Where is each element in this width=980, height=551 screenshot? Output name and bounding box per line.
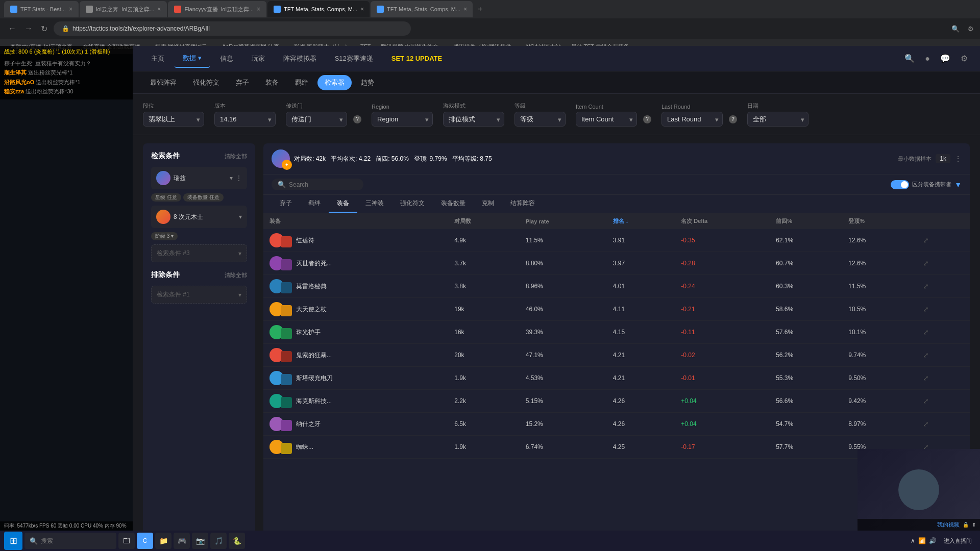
exclude-1-slot[interactable]: 检索条件 #1 ▾ <box>151 286 247 304</box>
nav-season[interactable]: S12赛季速递 <box>327 50 381 67</box>
tag-item-count[interactable]: 装备数量 任意 <box>183 193 224 202</box>
results-more-icon[interactable]: ⋮ <box>954 155 962 163</box>
expand-icon-4[interactable]: ⤢ <box>921 327 931 337</box>
tag-star-level[interactable]: 星级 任意 <box>151 193 181 202</box>
filter-gamemode-select[interactable]: 排位模式 <box>443 112 504 127</box>
condition-1-more[interactable]: ⋮ <box>236 174 242 182</box>
table-search-input[interactable] <box>289 181 355 188</box>
col-games[interactable]: 对局数 <box>448 213 520 229</box>
tab-close-3[interactable]: × <box>257 6 260 13</box>
nav-data[interactable]: 数据 ▾ <box>175 49 210 68</box>
browser-search-icon[interactable]: 🔍 <box>951 25 960 33</box>
forward-button[interactable]: → <box>22 22 35 35</box>
tab-1[interactable]: TFT Stats - Best... × <box>4 1 79 17</box>
nav-simulator[interactable]: 阵容模拟器 <box>275 50 325 67</box>
tab-close-1[interactable]: × <box>69 6 72 13</box>
expand-icon-7[interactable]: ⤢ <box>921 396 931 406</box>
expand-icon-2[interactable]: ⤢ <box>921 281 931 291</box>
subnav-trends[interactable]: 趋势 <box>354 75 381 90</box>
condition-3-slot[interactable]: 检索条件 #3 ▾ <box>151 244 247 262</box>
taskbar-search[interactable]: 🔍 <box>24 533 116 549</box>
expand-icon-8[interactable]: ⤢ <box>921 419 931 429</box>
tab-item-count[interactable]: 装备数量 <box>433 195 474 213</box>
subnav-best-lineup[interactable]: 最强阵容 <box>143 75 184 90</box>
filter-toggle[interactable] <box>891 180 909 189</box>
tab-close-4[interactable]: × <box>360 6 364 13</box>
col-top4[interactable]: 前四% <box>770 213 842 229</box>
cell-expand-7[interactable]: ⤢ <box>915 390 970 413</box>
taskbar-btn-6[interactable]: 🎵 <box>210 533 227 549</box>
filter-transmission-select[interactable]: 传送门 <box>286 112 347 127</box>
col-first[interactable]: 登顶% <box>842 213 915 229</box>
cell-expand-6[interactable]: ⤢ <box>915 367 970 390</box>
expand-icon-6[interactable]: ⤢ <box>921 373 931 383</box>
col-rank[interactable]: 排名 ↓ <box>607 213 675 229</box>
filter-version-select[interactable]: 14.16 <box>214 112 276 127</box>
back-button[interactable]: ← <box>6 22 18 35</box>
expand-icon-5[interactable]: ⤢ <box>921 350 931 360</box>
nav-player[interactable]: 玩家 <box>243 50 273 67</box>
url-bar[interactable]: 🔒 https://tactics.tools/zh/explorer-adva… <box>54 21 411 36</box>
cell-expand-3[interactable]: ⤢ <box>915 298 970 321</box>
reload-button[interactable]: ↻ <box>39 22 50 36</box>
tag-tier[interactable]: 阶级 3 ▾ <box>151 232 178 240</box>
nav-home[interactable]: 主页 <box>143 50 173 67</box>
taskbar-btn-4[interactable]: 🎮 <box>174 533 190 549</box>
clear-all-conditions-button[interactable]: 清除全部 <box>225 153 247 160</box>
filter-region-select[interactable]: Region <box>372 112 433 127</box>
itemcount-info-icon[interactable]: ? <box>643 115 651 123</box>
nav-info[interactable]: 信息 <box>212 50 241 67</box>
start-button[interactable]: ⊞ <box>4 532 22 550</box>
tab-close-5[interactable]: × <box>463 6 467 13</box>
tab-augments[interactable]: 强化符文 <box>392 195 433 213</box>
taskbar-btn-3[interactable]: 📁 <box>155 533 172 549</box>
tab-equipment[interactable]: 装备 <box>329 195 357 213</box>
clear-exclude-button[interactable]: 清除全部 <box>225 271 247 279</box>
filter-date-select[interactable]: 全部 <box>747 112 808 127</box>
nav-set12[interactable]: SET 12 UPDATE <box>383 51 450 66</box>
stream-video-btn[interactable]: 我的视频 <box>937 521 960 529</box>
cell-expand-8[interactable]: ⤢ <box>915 413 970 436</box>
subnav-items[interactable]: 装备 <box>258 75 286 90</box>
new-tab-button[interactable]: + <box>474 3 486 16</box>
tab-close-2[interactable]: × <box>157 6 161 13</box>
taskbar-btn-5[interactable]: 📷 <box>192 533 208 549</box>
tab-5[interactable]: TFT Meta, Stats, Comps, M... × <box>371 1 473 17</box>
taskbar-btn-browser[interactable]: C <box>137 533 153 549</box>
filter-rank-select[interactable]: 翡翠以上 <box>143 112 204 127</box>
subnav-carry[interactable]: 弃子 <box>229 75 256 90</box>
cell-expand-5[interactable]: ⤢ <box>915 344 970 367</box>
nav-search-icon[interactable]: 🔍 <box>902 52 917 65</box>
tab-final-lineup[interactable]: 结算阵容 <box>502 195 543 213</box>
subnav-augments[interactable]: 强化符文 <box>186 75 227 90</box>
filter-lastround-select[interactable]: Last Round <box>662 112 723 127</box>
expand-icon-1[interactable]: ⤢ <box>921 258 931 268</box>
col-playrate[interactable]: Play rate <box>520 213 607 229</box>
filter-tier-select[interactable]: 等级 <box>514 112 566 127</box>
nav-settings-icon[interactable]: ⚙ <box>959 52 970 65</box>
filter-funnel-icon[interactable]: ▼ <box>954 181 962 189</box>
tab-2[interactable]: lol云之奔_lol云顶之弈... × <box>80 1 167 17</box>
taskbar-search-input[interactable] <box>41 537 107 544</box>
expand-icon-0[interactable]: ⤢ <box>921 235 931 245</box>
transmission-info-icon[interactable]: ? <box>353 115 361 123</box>
nav-user-icon[interactable]: ● <box>923 52 932 65</box>
lastround-info-icon[interactable]: ? <box>729 115 737 123</box>
taskbar-btn-7[interactable]: 🐍 <box>229 533 245 549</box>
tab-4[interactable]: TFT Meta, Stats, Comps, M... × <box>267 1 370 17</box>
tab-counter[interactable]: 克制 <box>474 195 502 213</box>
tab-traits[interactable]: 羁绊 <box>300 195 329 213</box>
col-delta[interactable]: 名次 Delta <box>675 213 770 229</box>
stream-share-icon[interactable]: ⬆ <box>972 522 976 528</box>
filter-itemcount-select[interactable]: Item Count <box>576 112 637 127</box>
tab-3[interactable]: Flancyyy直播_lol云顶之弈... × <box>168 1 266 17</box>
tab-3-gods[interactable]: 三神装 <box>357 195 392 213</box>
subnav-explorer[interactable]: 检索器 <box>317 75 352 90</box>
cell-expand-0[interactable]: ⤢ <box>915 229 970 252</box>
cell-expand-2[interactable]: ⤢ <box>915 275 970 298</box>
cell-expand-1[interactable]: ⤢ <box>915 252 970 275</box>
expand-icon-3[interactable]: ⤢ <box>921 304 931 314</box>
extensions-icon[interactable]: ⚙ <box>968 25 974 33</box>
subnav-traits[interactable]: 羁绊 <box>288 75 315 90</box>
table-search-bar[interactable]: 🔍 <box>272 179 363 190</box>
